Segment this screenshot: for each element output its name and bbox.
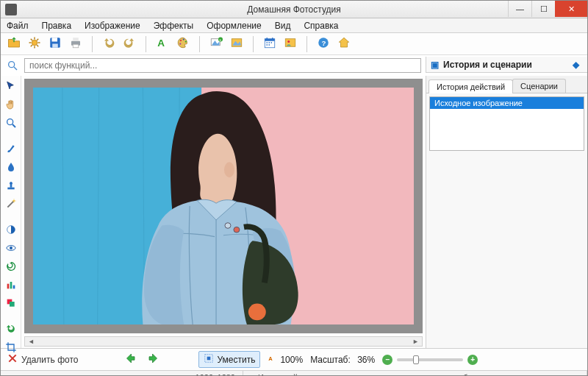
svg-rect-68 (207, 357, 211, 361)
svg-rect-27 (265, 39, 275, 41)
gallery-button[interactable] (228, 35, 245, 53)
menu-view[interactable]: Вид (272, 19, 294, 32)
maximize-button[interactable]: ☐ (531, 1, 555, 17)
wand-icon (5, 198, 17, 212)
text-button[interactable]: A (154, 35, 171, 53)
insert-image-button[interactable]: + (207, 35, 225, 53)
levels-tool[interactable] (3, 279, 19, 293)
zoom-in-button[interactable]: + (467, 355, 478, 365)
menu-design[interactable]: Оформление (204, 19, 264, 32)
statusbar: 1920x1280 Используйте колесо прокрутки д… (1, 370, 587, 376)
right-panel-title: ▣ История и сценарии ◆ (426, 57, 587, 73)
undo-button[interactable] (100, 35, 118, 53)
calendar-button[interactable] (261, 35, 279, 53)
palette-button[interactable] (174, 35, 192, 53)
menu-file[interactable]: Файл (4, 19, 32, 32)
panel-title-text: История и сценарии (443, 60, 532, 70)
magnifier-icon (5, 117, 17, 131)
tab-history[interactable]: История действий (429, 79, 513, 93)
delete-photo-button[interactable]: Удалить фото (7, 352, 78, 366)
drop-icon (5, 161, 17, 175)
svg-text:A: A (157, 38, 165, 49)
eye-tool[interactable] (3, 242, 19, 256)
zoom-100-button[interactable]: A 100% (268, 353, 303, 366)
contrast-tool[interactable] (3, 224, 19, 238)
fit-label: Уместить (217, 355, 255, 365)
svg-line-8 (37, 39, 38, 40)
swirl-icon (5, 260, 17, 274)
fit-button[interactable]: Уместить (198, 351, 260, 368)
menu-help[interactable]: Справка (301, 19, 341, 32)
svg-line-41 (14, 67, 17, 70)
rotate-tool[interactable] (3, 323, 19, 337)
zoom-tool[interactable] (3, 117, 19, 131)
menu-image[interactable]: Изображение (82, 19, 143, 32)
svg-point-18 (185, 40, 187, 42)
image-preview (33, 88, 414, 324)
zoom-out-button[interactable]: – (382, 355, 392, 365)
svg-text:?: ? (321, 39, 326, 47)
postcard-button[interactable] (282, 35, 299, 53)
svg-text:+: + (219, 38, 221, 42)
delete-icon (7, 352, 18, 366)
settings-button[interactable] (26, 35, 43, 53)
svg-point-49 (10, 246, 12, 249)
layers-tool[interactable] (3, 297, 19, 311)
zoom-slider[interactable] (397, 358, 463, 361)
erase-tool[interactable] (3, 198, 19, 212)
svg-point-40 (9, 62, 15, 68)
home-button[interactable] (335, 35, 353, 53)
prev-button[interactable] (122, 352, 138, 367)
svg-point-17 (183, 38, 184, 40)
canvas-area: ◄ ► (21, 76, 426, 348)
scroll-right-icon[interactable]: ► (409, 338, 422, 345)
next-button[interactable] (146, 352, 162, 367)
search-row (1, 55, 426, 76)
redo-button[interactable] (121, 35, 138, 53)
fit-icon (204, 353, 214, 366)
eye-icon (5, 242, 17, 256)
scale-label: Масштаб: (310, 355, 351, 365)
drop-tool[interactable] (3, 161, 19, 175)
help-button[interactable]: ? (315, 35, 332, 53)
menu-edit[interactable]: Правка (39, 19, 75, 32)
minimize-button[interactable]: — (508, 1, 531, 17)
canvas[interactable] (24, 79, 423, 333)
stamp-tool[interactable] (3, 180, 19, 194)
status-dimensions: 1920x1280 (1, 371, 243, 376)
scale-value: 36% (357, 355, 375, 365)
svg-rect-13 (73, 38, 79, 41)
svg-point-36 (287, 40, 290, 43)
swirl-tool[interactable] (3, 260, 19, 274)
print-button[interactable] (67, 35, 85, 53)
collapse-icon[interactable]: ◆ (573, 60, 583, 70)
pointer-tool[interactable] (3, 80, 19, 94)
open-button[interactable] (5, 35, 23, 53)
search-input[interactable] (24, 58, 421, 73)
rotate-icon (5, 323, 17, 337)
svg-point-61 (224, 162, 234, 177)
contrast-icon (5, 224, 17, 238)
brush-tool[interactable] (3, 143, 19, 157)
save-button[interactable] (46, 35, 64, 53)
arrow-left-icon (123, 352, 137, 367)
history-list[interactable]: Исходное изображение (429, 96, 584, 151)
toolbar: A + ? (1, 33, 587, 55)
brush-icon (5, 143, 17, 157)
zoom-100-icon: A (268, 353, 278, 366)
hand-tool[interactable] (3, 99, 19, 113)
tab-scenarios[interactable]: Сценарии (512, 79, 566, 93)
zoom-slider-thumb[interactable] (413, 355, 419, 364)
menu-effects[interactable]: Эффекты (151, 19, 197, 32)
horizontal-scrollbar[interactable]: ◄ ► (24, 336, 423, 347)
open-folder-icon (7, 36, 21, 52)
scroll-left-icon[interactable]: ◄ (25, 338, 37, 345)
hand-icon (5, 99, 17, 113)
postcard-icon (284, 36, 297, 52)
text-icon: A (156, 36, 169, 52)
history-item[interactable]: Исходное изображение (430, 97, 584, 109)
bottom-toolbar: Удалить фото Уместить A 100% Масштаб: 36… (1, 348, 587, 370)
svg-point-62 (248, 304, 266, 321)
close-button[interactable]: ✕ (555, 1, 587, 17)
stamp-icon (5, 180, 17, 194)
